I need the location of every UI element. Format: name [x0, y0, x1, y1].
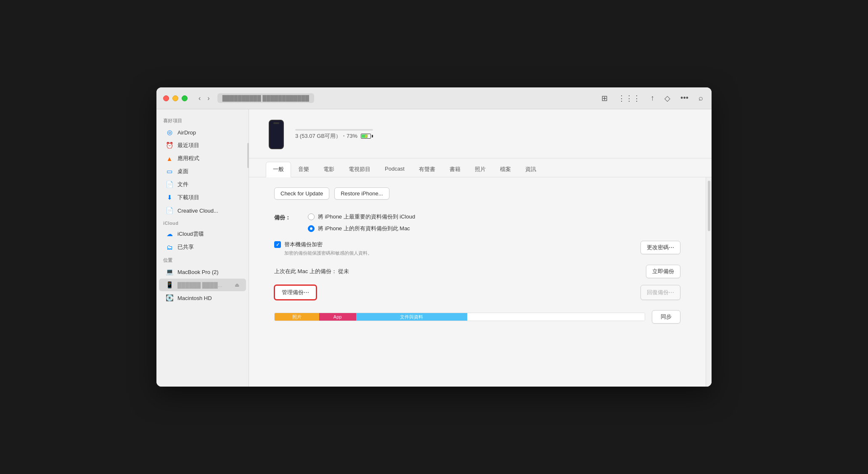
content-area: 3 (53.07 GB可用）・73% ⚡ 一般 音樂 電影 — [249, 109, 712, 387]
sidebar-item-label: 下載項目 — [177, 194, 199, 201]
tab-photos[interactable]: 照片 — [468, 162, 493, 177]
view-icon[interactable]: ⊞ — [600, 92, 609, 105]
main-content: 喜好項目 ◎ AirDrop ⏰ 最近項目 ▲ 應用程式 ▭ 桌面 — [156, 109, 712, 387]
panel: Check for Update Restore iPhone... 備份： 將… — [249, 177, 706, 387]
sidebar-wrapper: 喜好項目 ◎ AirDrop ⏰ 最近項目 ▲ 應用程式 ▭ 桌面 — [156, 109, 249, 387]
path-bar[interactable]: ██████████ ████████████ — [217, 93, 314, 103]
tab-music[interactable]: 音樂 — [291, 162, 316, 177]
disk-icon: 💽 — [166, 294, 173, 302]
cloud-icon: ☁ — [166, 230, 173, 238]
device-storage: 3 (53.07 GB可用）・73% — [295, 132, 357, 140]
location-label: 位置 — [156, 254, 249, 265]
sidebar-item-creative[interactable]: 📄 Creative Cloud... — [159, 204, 246, 217]
finder-window: ‹ › ██████████ ████████████ ⊞ ⋮⋮⋮ ↑ ◇ ••… — [156, 87, 712, 387]
sidebar-item-label: 文件 — [177, 181, 188, 188]
sidebar-item-airdrop[interactable]: ◎ AirDrop — [159, 126, 246, 139]
clock-icon: ⏰ — [166, 142, 173, 149]
device-info: 3 (53.07 GB可用）・73% ⚡ — [295, 129, 373, 140]
tab-files[interactable]: 檔案 — [493, 162, 518, 177]
encrypt-text: 替本機備份加密 加密的備份能保護密碼和敏感的個人資料。 — [284, 241, 372, 256]
phone-shape — [269, 120, 284, 149]
close-button[interactable] — [163, 95, 169, 101]
sidebar-item-macbook[interactable]: 💻 MacBook Pro (2) — [159, 266, 246, 278]
tab-audiobooks[interactable]: 有聲書 — [412, 162, 442, 177]
sidebar-item-documents[interactable]: 📄 文件 — [159, 178, 246, 191]
device-header: 3 (53.07 GB可用）・73% ⚡ — [249, 109, 712, 158]
radio-icloud[interactable] — [308, 213, 315, 220]
encrypt-title: 替本機備份加密 — [284, 241, 372, 248]
radio-mac[interactable] — [308, 225, 315, 232]
traffic-lights — [163, 95, 188, 101]
sidebar-item-iphone[interactable]: 📱 ██████ ████... ⏏ — [159, 279, 246, 291]
tab-tv[interactable]: 電視節目 — [341, 162, 378, 177]
search-icon[interactable]: ⌕ — [697, 92, 705, 104]
sidebar-item-macintosh[interactable]: 💽 Macintosh HD — [159, 292, 246, 304]
backup-icloud-option[interactable]: 將 iPhone 上最重要的資料備份到 iCloud — [308, 213, 415, 221]
shared-icon: 🗂 — [166, 244, 173, 251]
sidebar-item-label: Macintosh HD — [177, 295, 212, 301]
eject-icon[interactable]: ⏏ — [235, 282, 239, 288]
sidebar-item-shared[interactable]: 🗂 已共享 — [159, 241, 246, 253]
encrypt-row: 替本機備份加密 加密的備份能保護密碼和敏感的個人資料。 更改密碼⋯ — [274, 241, 680, 256]
sidebar: 喜好項目 ◎ AirDrop ⏰ 最近項目 ▲ 應用程式 ▭ 桌面 — [156, 109, 249, 387]
sidebar-item-apps[interactable]: ▲ 應用程式 — [159, 152, 246, 165]
icloud-label: iCloud — [156, 217, 249, 227]
storage-photos: 照片 — [275, 313, 319, 321]
last-backup-label: 上次在此 Mac 上的備份： — [274, 268, 337, 274]
backup-options: 將 iPhone 上最重要的資料備份到 iCloud 將 iPhone 上的所有… — [308, 213, 415, 232]
restore-iphone-button[interactable]: Restore iPhone... — [334, 187, 389, 200]
laptop-icon: 💻 — [166, 268, 173, 276]
sidebar-item-icloud-drive[interactable]: ☁ iCloud雲碟 — [159, 228, 246, 240]
grid-icon[interactable]: ⋮⋮⋮ — [616, 92, 642, 105]
zoom-button[interactable] — [182, 95, 188, 101]
manage-backups-button[interactable]: 管理備份⋯ — [274, 285, 317, 300]
restore-backup-button[interactable]: 回復備份⋯ — [640, 285, 680, 300]
update-row: Check for Update Restore iPhone... — [274, 187, 680, 200]
tab-info[interactable]: 資訊 — [518, 162, 543, 177]
favorites-label: 喜好項目 — [156, 114, 249, 126]
backup-now-button[interactable]: 立即備份 — [646, 265, 680, 278]
toolbar-actions: ⊞ ⋮⋮⋮ ↑ ◇ ••• ⌕ — [600, 92, 705, 105]
backup-row: 備份： 將 iPhone 上最重要的資料備份到 iCloud 將 iPhone … — [274, 213, 680, 232]
doc-icon: 📄 — [166, 181, 173, 188]
tab-movies[interactable]: 電影 — [316, 162, 341, 177]
sidebar-item-label: Creative Cloud... — [177, 208, 218, 214]
backup-label: 備份： — [274, 213, 299, 221]
tag-icon[interactable]: ◇ — [663, 92, 672, 105]
sidebar-item-label: 已共享 — [177, 243, 194, 251]
sidebar-item-downloads[interactable]: ⬇ 下載項目 — [159, 191, 246, 204]
last-backup-row: 上次在此 Mac 上的備份： 從未 立即備份 — [274, 265, 680, 278]
device-name — [295, 129, 373, 131]
phone-icon: 📱 — [166, 281, 173, 289]
minimize-button[interactable] — [172, 95, 178, 101]
storage-bar: 照片 App 文件與資料 — [274, 313, 645, 321]
sidebar-item-label: 桌面 — [177, 168, 188, 175]
scrollbar[interactable] — [706, 177, 712, 387]
last-backup-value: 從未 — [338, 268, 349, 274]
tab-podcast[interactable]: Podcast — [378, 162, 412, 177]
nav-buttons: ‹ › — [196, 93, 212, 104]
forward-button[interactable]: › — [205, 93, 212, 104]
change-password-button[interactable]: 更改密碼⋯ — [640, 241, 680, 254]
sidebar-scrollbar[interactable] — [247, 143, 249, 168]
sidebar-item-desktop[interactable]: ▭ 桌面 — [159, 165, 246, 178]
check-update-button[interactable]: Check for Update — [274, 187, 329, 200]
encrypt-left: 替本機備份加密 加密的備份能保護密碼和敏感的個人資料。 — [274, 241, 372, 256]
battery-indicator: ⚡ — [361, 134, 373, 139]
backup-mac-option[interactable]: 將 iPhone 上的所有資料備份到此 Mac — [308, 225, 415, 232]
sync-button[interactable]: 同步 — [652, 310, 680, 324]
sidebar-item-recent[interactable]: ⏰ 最近項目 — [159, 139, 246, 152]
device-icon — [266, 118, 287, 151]
tab-books[interactable]: 書籍 — [442, 162, 468, 177]
more-icon[interactable]: ••• — [679, 92, 690, 104]
backup-icloud-label: 將 iPhone 上最重要的資料備份到 iCloud — [318, 213, 415, 221]
scroll-thumb[interactable] — [708, 181, 710, 231]
storage-app: App — [319, 313, 356, 321]
apps-icon: ▲ — [166, 155, 173, 162]
back-button[interactable]: ‹ — [196, 93, 203, 104]
share-icon[interactable]: ↑ — [649, 92, 656, 104]
encrypt-checkbox[interactable] — [274, 241, 281, 248]
tab-general[interactable]: 一般 — [266, 162, 291, 177]
phone-notch — [273, 122, 279, 124]
sidebar-item-label: MacBook Pro (2) — [177, 269, 219, 275]
